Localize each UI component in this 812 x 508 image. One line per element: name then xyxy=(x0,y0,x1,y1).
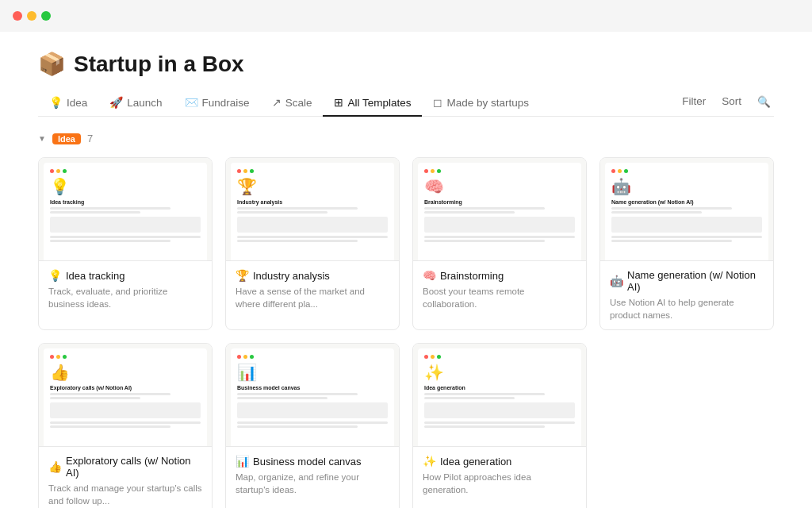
filter-label: Filter xyxy=(682,95,706,107)
tab-fundraise[interactable]: ✉️ Fundraise xyxy=(174,90,261,117)
preview-traffic-business-model-canvas xyxy=(237,355,388,359)
preview-icon-idea-tracking: 💡 xyxy=(50,177,201,196)
card-body-industry-analysis: 🏆 Industry analysis Have a sense of the … xyxy=(226,261,399,318)
preview-dot-yellow xyxy=(56,169,60,173)
preview-icon-business-model-canvas: 📊 xyxy=(237,363,388,382)
card-name-exploratory-calls: 👍 Exploratory calls (w/ Notion AI) xyxy=(48,455,202,479)
all-templates-tab-icon: ⊞ xyxy=(334,96,343,109)
preview-dot-red xyxy=(50,355,54,359)
preview-dot-green xyxy=(437,355,441,359)
preview-line-2 xyxy=(424,211,515,214)
preview-line-2 xyxy=(50,397,140,399)
preview-line-1 xyxy=(50,393,170,395)
main-content: 📦 Startup in a Box 💡 Idea 🚀 Launch ✉️ Fu… xyxy=(0,32,812,508)
preview-inner-brainstorming: 🧠 Brainstorming xyxy=(418,163,581,260)
page-title-icon: 📦 xyxy=(38,51,66,77)
card-desc-industry-analysis: Have a sense of the market and where dif… xyxy=(236,285,389,310)
template-card-business-model-canvas[interactable]: 📊 Business model canvas 📊 Business model… xyxy=(225,343,400,508)
template-card-idea-tracking[interactable]: 💡 Idea tracking 💡 Idea tracking Trac xyxy=(38,157,213,330)
preview-line-1 xyxy=(237,207,358,210)
filter-button[interactable]: Filter xyxy=(679,92,709,110)
preview-line-2 xyxy=(237,211,327,214)
preview-dot-yellow xyxy=(243,355,247,359)
card-name-text-industry-analysis: Industry analysis xyxy=(253,270,330,282)
close-button[interactable] xyxy=(13,11,22,21)
preview-inner-name-generation: 🤖 Name generation (w/ Notion AI) xyxy=(605,163,768,260)
preview-line-2 xyxy=(50,211,140,214)
preview-dot-green xyxy=(624,169,628,173)
all-templates-tab-label: All Templates xyxy=(347,97,411,109)
preview-line-3 xyxy=(424,236,575,238)
card-name-text-idea-tracking: Idea tracking xyxy=(66,270,124,282)
preview-inner-idea-generation: ✨ Idea generation xyxy=(418,348,581,446)
preview-inner-idea-tracking: 💡 Idea tracking xyxy=(44,163,207,260)
card-name-text-exploratory-calls: Exploratory calls (w/ Notion AI) xyxy=(66,455,202,479)
card-name-emoji-brainstorming: 🧠 xyxy=(423,269,436,282)
template-card-name-generation[interactable]: 🤖 Name generation (w/ Notion AI) 🤖 Name … xyxy=(599,157,774,330)
template-card-industry-analysis[interactable]: 🏆 Industry analysis 🏆 Industry analysis xyxy=(225,157,400,330)
preview-title-exploratory-calls: Exploratory calls (w/ Notion AI) xyxy=(50,385,201,391)
card-preview-brainstorming: 🧠 Brainstorming xyxy=(413,158,586,261)
preview-inner-exploratory-calls: 👍 Exploratory calls (w/ Notion AI) xyxy=(44,348,207,446)
template-card-exploratory-calls[interactable]: 👍 Exploratory calls (w/ Notion AI) 👍 Exp… xyxy=(38,343,213,508)
preview-line-4 xyxy=(424,425,545,428)
tab-made-by-startups[interactable]: ◻ Made by startups xyxy=(422,90,540,117)
section-header-idea[interactable]: ▼ Idea 7 xyxy=(38,117,774,157)
card-name-industry-analysis: 🏆 Industry analysis xyxy=(236,269,389,282)
card-name-idea-generation: ✨ Idea generation xyxy=(423,455,576,468)
idea-tab-icon: 💡 xyxy=(49,96,63,109)
preview-line-3 xyxy=(237,421,388,424)
preview-title-idea-tracking: Idea tracking xyxy=(50,199,201,205)
preview-dot-red xyxy=(611,169,615,173)
card-body-business-model-canvas: 📊 Business model canvas Map, organize, a… xyxy=(226,447,399,504)
card-preview-exploratory-calls: 👍 Exploratory calls (w/ Notion AI) xyxy=(39,344,212,447)
card-preview-business-model-canvas: 📊 Business model canvas xyxy=(226,344,399,447)
card-name-business-model-canvas: 📊 Business model canvas xyxy=(236,455,389,468)
preview-traffic-brainstorming xyxy=(424,169,575,173)
page-title-text: Startup in a Box xyxy=(74,52,244,77)
card-name-text-name-generation: Name generation (w/ Notion AI) xyxy=(627,269,764,293)
fundraise-tab-icon: ✉️ xyxy=(185,96,198,109)
preview-dot-red xyxy=(424,169,428,173)
maximize-button[interactable] xyxy=(41,11,51,21)
preview-line-4 xyxy=(424,240,545,242)
sort-button[interactable]: Sort xyxy=(718,92,745,110)
scale-tab-icon: ↗ xyxy=(272,96,282,109)
card-name-emoji-industry-analysis: 🏆 xyxy=(236,269,249,282)
card-desc-idea-tracking: Track, evaluate, and prioritize business… xyxy=(48,285,202,310)
preview-line-2 xyxy=(611,211,702,214)
preview-line-4 xyxy=(237,240,358,242)
card-preview-industry-analysis: 🏆 Industry analysis xyxy=(226,158,399,261)
preview-line-4 xyxy=(50,425,170,428)
card-preview-idea-tracking: 💡 Idea tracking xyxy=(39,158,212,261)
preview-dot-green xyxy=(250,355,254,359)
tab-idea[interactable]: 💡 Idea xyxy=(38,90,98,117)
template-card-brainstorming[interactable]: 🧠 Brainstorming 🧠 Brainstorming Boos xyxy=(412,157,587,330)
tab-all-templates[interactable]: ⊞ All Templates xyxy=(323,90,422,117)
section-chevron-idea: ▼ xyxy=(38,134,46,143)
traffic-lights xyxy=(13,11,51,21)
card-name-text-idea-generation: Idea generation xyxy=(440,456,511,468)
card-body-idea-generation: ✨ Idea generation How Pilot approaches i… xyxy=(413,447,586,504)
preview-block xyxy=(424,402,575,418)
preview-line-1 xyxy=(50,207,170,210)
minimize-button[interactable] xyxy=(27,11,36,21)
card-name-emoji-idea-generation: ✨ xyxy=(423,455,436,468)
preview-line-2 xyxy=(237,397,327,399)
launch-tab-label: Launch xyxy=(127,97,162,109)
preview-icon-name-generation: 🤖 xyxy=(611,177,762,196)
preview-line-4 xyxy=(611,240,732,242)
search-button[interactable]: 🔍 xyxy=(754,92,774,111)
nav-tabs: 💡 Idea 🚀 Launch ✉️ Fundraise ↗ Scale ⊞ A… xyxy=(38,90,774,117)
preview-traffic-name-generation xyxy=(611,169,762,173)
card-name-emoji-exploratory-calls: 👍 xyxy=(48,460,62,473)
template-card-idea-generation[interactable]: ✨ Idea generation ✨ Idea generation Ho xyxy=(412,343,587,508)
preview-line-3 xyxy=(424,421,575,424)
preview-inner-industry-analysis: 🏆 Industry analysis xyxy=(231,163,394,260)
preview-block xyxy=(237,217,388,233)
preview-line-4 xyxy=(50,240,170,242)
section-tag-idea: Idea xyxy=(52,133,81,144)
tab-scale[interactable]: ↗ Scale xyxy=(261,90,324,117)
tab-launch[interactable]: 🚀 Launch xyxy=(98,90,173,117)
preview-title-business-model-canvas: Business model canvas xyxy=(237,385,388,391)
